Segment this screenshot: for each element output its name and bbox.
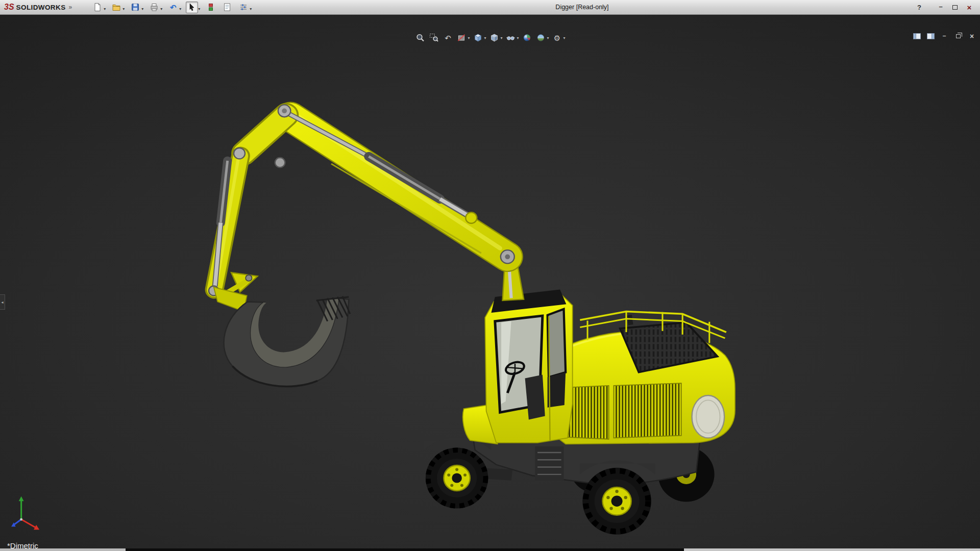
print-button[interactable] [148, 2, 160, 13]
apply-scene-dropdown[interactable]: ▾ [547, 36, 549, 40]
section-view-button[interactable] [456, 32, 467, 43]
bottom-edge-strip [0, 548, 980, 551]
maximize-button[interactable] [949, 3, 961, 12]
zoom-to-fit-icon [415, 33, 425, 42]
display-style-dropdown[interactable]: ▾ [500, 36, 502, 40]
document-window-controls: – × [913, 32, 976, 40]
app-menu[interactable]: 3S SOLIDWORKS » [0, 3, 78, 12]
apply-scene-icon [536, 33, 546, 42]
previous-view-icon: ↶ [445, 34, 451, 42]
select-button[interactable] [186, 2, 198, 13]
close-icon: × [967, 3, 972, 12]
graphics-viewport[interactable]: ↶ ▾ ▾ [0, 15, 980, 551]
pane-left-button[interactable] [913, 32, 921, 40]
minimize-icon: – [939, 3, 942, 10]
pane-right-icon [927, 33, 935, 39]
save-button[interactable] [129, 2, 141, 13]
close-button[interactable]: × [964, 3, 975, 12]
file-new-button[interactable] [91, 2, 104, 13]
maximize-icon [952, 5, 958, 10]
standard-toolbar: ▾ ▾ ▾ [91, 2, 254, 13]
print-icon [150, 3, 159, 12]
window-controls: ? – × [914, 3, 980, 12]
options-dropdown[interactable]: ▾ [250, 7, 252, 11]
panel-collapse-handle[interactable]: ◄ [0, 294, 5, 310]
help-button[interactable]: ? [914, 4, 925, 11]
brand-name: SOLIDWORKS [16, 4, 66, 11]
options-icon [239, 3, 248, 12]
edit-appearance-icon [523, 33, 532, 42]
bottom-strip-right [684, 548, 980, 551]
viewport-canvas[interactable] [0, 15, 980, 551]
zoom-to-fit-button[interactable] [414, 32, 426, 43]
side-window[interactable] [548, 309, 566, 377]
zoom-to-area-icon [429, 33, 438, 42]
display-style-icon [489, 33, 499, 42]
section-view-icon [457, 33, 466, 42]
menu-overflow-chevron[interactable]: » [69, 4, 72, 11]
file-properties-button[interactable] [221, 2, 233, 13]
select-dropdown[interactable]: ▾ [198, 7, 200, 11]
document-title: Digger [Read-only] [555, 4, 608, 11]
save-icon [131, 3, 140, 12]
view-settings-button[interactable]: ⚙ [552, 32, 563, 43]
collapse-arrow-icon: ◄ [1, 300, 4, 304]
doc-minimize-icon: – [943, 32, 946, 39]
bottom-strip-middle [126, 548, 684, 551]
bottom-strip-left [0, 548, 126, 551]
file-properties-icon [223, 3, 232, 12]
undo-icon: ↶ [170, 4, 177, 11]
select-cursor-icon [187, 3, 197, 12]
hide-show-items-icon [506, 33, 516, 42]
titlebar: 3S SOLIDWORKS » ▾ ▾ [0, 0, 980, 15]
selection-filter-button[interactable] [205, 2, 217, 13]
minimize-button[interactable]: – [935, 3, 946, 12]
doc-close-button[interactable]: × [968, 32, 976, 40]
apply-scene-button[interactable] [535, 32, 547, 43]
file-open-button[interactable] [110, 2, 122, 13]
wheel-rear[interactable] [582, 468, 651, 535]
view-settings-dropdown[interactable]: ▾ [564, 36, 566, 40]
file-open-dropdown[interactable]: ▾ [122, 7, 125, 11]
rear-panel[interactable] [692, 395, 725, 438]
headsup-view-toolbar: ↶ ▾ ▾ [414, 32, 565, 43]
file-new-icon [93, 3, 102, 12]
doc-restore-button[interactable] [954, 32, 962, 40]
undo-button[interactable]: ↶ [167, 2, 179, 13]
zoom-to-area-button[interactable] [428, 32, 439, 43]
wheel-front[interactable] [426, 447, 488, 508]
section-view-dropdown[interactable]: ▾ [468, 36, 470, 40]
file-new-dropdown[interactable]: ▾ [104, 7, 106, 11]
view-settings-icon: ⚙ [554, 34, 560, 42]
display-style-button[interactable] [488, 32, 500, 43]
pane-right-button[interactable] [926, 32, 935, 40]
doc-close-icon: × [970, 32, 974, 40]
options-button[interactable] [237, 2, 250, 13]
file-open-icon [112, 3, 121, 12]
previous-view-button[interactable]: ↶ [442, 32, 453, 43]
save-dropdown[interactable]: ▾ [141, 7, 143, 11]
undo-dropdown[interactable]: ▾ [179, 7, 181, 11]
view-orientation-button[interactable] [472, 32, 483, 43]
doc-restore-icon [956, 34, 961, 38]
selection-filter-icon [206, 3, 215, 12]
pane-left-icon [913, 33, 921, 39]
print-dropdown[interactable]: ▾ [160, 7, 162, 11]
side-grille-right[interactable] [614, 383, 681, 438]
edit-appearance-button[interactable] [522, 32, 533, 43]
hide-show-items-button[interactable] [505, 32, 517, 43]
hide-show-items-dropdown[interactable]: ▾ [517, 36, 519, 40]
view-orientation-icon [473, 33, 482, 42]
solidworks-logo-icon: 3S [4, 3, 14, 12]
view-orientation-dropdown[interactable]: ▾ [484, 36, 486, 40]
doc-minimize-button[interactable]: – [940, 32, 948, 40]
